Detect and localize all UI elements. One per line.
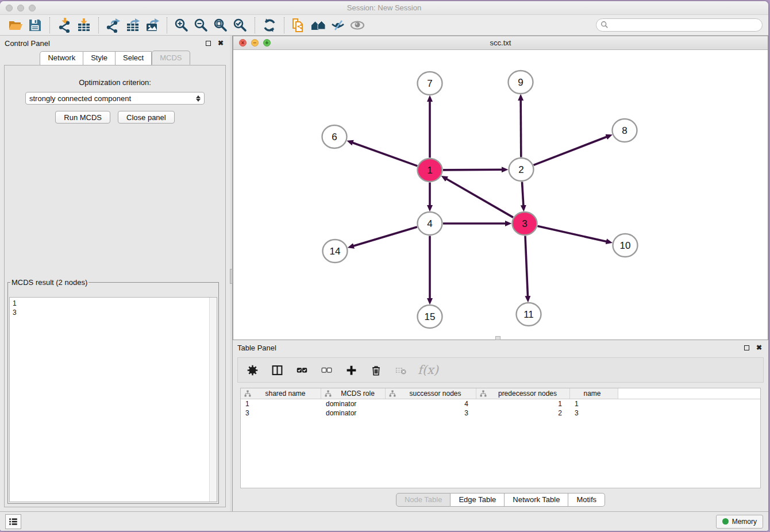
close-panel-button[interactable]: Close panel [118,111,175,124]
svg-text:15: 15 [425,311,436,322]
network-resize-grip[interactable] [495,336,500,340]
svg-text:7: 7 [427,78,432,89]
tab-motifs[interactable]: Motifs [568,493,605,507]
graph-node-10[interactable]: 10 [613,234,638,257]
graph-node-15[interactable]: 15 [418,305,442,328]
memory-status-icon [722,518,729,525]
float-panel-icon[interactable] [203,38,213,48]
graph-edge-3-1[interactable] [446,179,513,217]
graph-node-3[interactable]: 3 [513,212,537,235]
graph-node-2[interactable]: 2 [509,158,534,181]
control-panel-title: Control Panel [5,39,50,48]
mcds-result-lines: 1 3 [10,298,217,317]
criterion-select[interactable]: strongly connected component [25,92,205,105]
mcds-result-group: MCDS result (2 nodes) 1 3 [7,278,219,504]
tab-node-table[interactable]: Node Table [396,493,451,507]
table-cell[interactable]: 4 [386,400,476,408]
table-cell[interactable]: 1 [476,400,570,408]
close-table-panel-icon[interactable]: ✖ [754,343,764,352]
export-table-icon[interactable] [123,17,143,34]
graph-edge-2-8[interactable] [534,137,607,165]
clear-selection-icon[interactable] [319,363,334,377]
add-icon[interactable] [344,363,359,377]
table-cell[interactable]: 1 [241,400,321,408]
column-header-successor-nodes[interactable]: successor nodes [386,388,476,399]
graph-node-7[interactable]: 7 [418,72,442,95]
export-network-icon[interactable] [103,17,123,34]
memory-label: Memory [732,518,757,526]
tab-network-table[interactable]: Network Table [505,493,568,507]
columns-icon[interactable] [270,363,284,377]
table-cell[interactable]: 3 [386,409,476,417]
tab-network[interactable]: Network [40,51,83,65]
table-cell[interactable]: 3 [241,409,321,417]
share-document-icon[interactable] [289,17,309,34]
column-header-shared-name[interactable]: shared name [241,388,321,399]
zoom-out-icon[interactable] [191,17,211,34]
tab-style[interactable]: Style [83,51,116,65]
gear-icon[interactable] [245,363,260,377]
column-header-name[interactable]: name [570,388,618,399]
houses-icon[interactable] [309,17,328,34]
table-toolbar: f(x) [237,357,764,383]
table-cell[interactable]: 1 [570,400,618,408]
optimization-criterion-label: Optimization criterion: [5,78,225,87]
mcds-panel: Optimization criterion: strongly connect… [4,65,226,507]
zoom-fit-icon[interactable] [211,17,230,34]
table-row[interactable]: 1dominator411 [241,399,760,408]
svg-text:11: 11 [523,309,534,320]
table-cell[interactable]: dominator [321,400,386,408]
chevron-updown-icon [196,95,201,102]
delete-icon[interactable] [368,363,383,377]
import-table-icon[interactable] [74,17,94,34]
graph-edge-1-6[interactable] [352,142,417,166]
hierarchy-icon [389,390,396,397]
result-scrollbar[interactable] [209,298,217,502]
zoom-selected-icon[interactable] [230,17,250,34]
select-all-icon[interactable] [294,363,309,377]
tab-mcds[interactable]: MCDS [152,51,190,65]
memory-button[interactable]: Memory [716,515,763,529]
save-icon[interactable] [25,17,45,34]
graph-node-14[interactable]: 14 [323,240,348,263]
delete-table-icon [393,363,408,377]
graph-edge-2-9[interactable] [521,100,521,157]
graph-node-6[interactable]: 6 [322,125,347,148]
run-mcds-button[interactable]: Run MCDS [55,111,110,124]
search-input[interactable] [596,18,763,32]
hide-eye-icon[interactable] [328,17,348,34]
graph-edge-3-10[interactable] [538,226,607,242]
close-panel-icon[interactable]: ✖ [216,38,225,48]
column-header-MCDS-role[interactable]: MCDS role [321,388,386,399]
graph-node-1[interactable]: 1 [418,159,442,182]
tab-select[interactable]: Select [116,51,152,65]
float-table-panel-icon[interactable] [742,343,751,352]
criterion-value: strongly connected component [29,94,131,103]
table-row[interactable]: 3dominator323 [241,408,760,418]
mcds-result-title: MCDS result (2 nodes) [10,278,88,287]
export-image-icon[interactable] [143,17,162,34]
network-canvas[interactable]: 7968124314101511 [233,50,768,340]
table-cell[interactable]: dominator [321,409,386,417]
graph-node-9[interactable]: 9 [509,71,533,94]
graph-node-11[interactable]: 11 [517,303,541,326]
graph-node-8[interactable]: 8 [613,119,637,142]
graph-node-4[interactable]: 4 [418,212,442,235]
graph-edge-1-2[interactable] [443,169,502,170]
import-network-icon[interactable] [55,17,74,34]
eye-icon[interactable] [348,17,367,34]
table-cell[interactable]: 3 [570,409,618,417]
window-title: Session: New Session [0,3,768,12]
refresh-icon[interactable] [260,17,279,34]
graph-edge-2-3[interactable] [522,182,523,206]
table-cell[interactable]: 2 [476,409,570,417]
zoom-in-icon[interactable] [172,17,191,34]
svg-text:4: 4 [427,218,432,229]
svg-text:8: 8 [622,125,627,136]
graph-edge-3-11[interactable] [525,236,528,297]
graph-edge-4-14[interactable] [353,227,417,246]
task-history-button[interactable] [5,514,21,529]
tab-edge-table[interactable]: Edge Table [451,493,505,507]
column-header-predecessor-nodes[interactable]: predecessor nodes [476,388,570,399]
open-folder-icon[interactable] [6,17,25,34]
